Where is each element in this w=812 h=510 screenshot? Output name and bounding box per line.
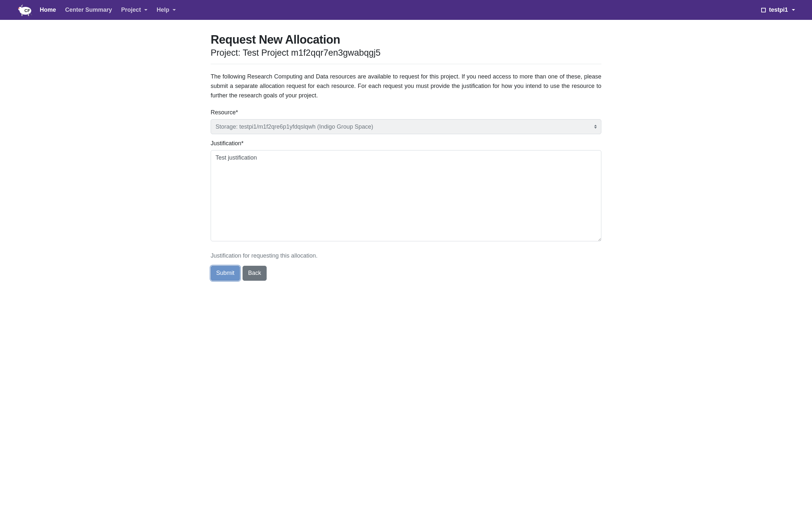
chevron-down-icon <box>792 9 795 11</box>
divider <box>211 64 601 64</box>
justification-group: Justification* <box>211 140 601 243</box>
nav-project[interactable]: Project <box>118 4 151 16</box>
svg-text:CF: CF <box>24 8 30 13</box>
resource-group: Resource* Storage: testpi1/m1f2qre6p1yfd… <box>211 109 601 134</box>
nav-center-summary-label: Center Summary <box>65 6 112 13</box>
nav-center-summary[interactable]: Center Summary <box>62 4 115 16</box>
submit-button[interactable]: Submit <box>211 266 240 280</box>
resource-label: Resource* <box>211 109 601 116</box>
main-container: Request New Allocation Project: Test Pro… <box>205 20 607 294</box>
justification-label: Justification* <box>211 140 601 147</box>
user-icon <box>761 8 766 12</box>
svg-point-2 <box>18 7 20 9</box>
resource-select-wrapper: Storage: testpi1/m1f2qre6p1yfdqslqwh (In… <box>211 119 601 134</box>
justification-textarea[interactable] <box>211 150 601 241</box>
nav-help-label: Help <box>156 6 169 13</box>
back-button[interactable]: Back <box>242 266 267 280</box>
button-row: Submit Back <box>211 266 601 280</box>
logo-icon: CF <box>17 3 33 17</box>
nav-home-label: Home <box>40 6 56 13</box>
justification-help: Justification for requesting this alloca… <box>211 252 601 259</box>
nav-project-label: Project <box>121 6 141 13</box>
nav-home[interactable]: Home <box>36 4 59 16</box>
logo[interactable]: CF <box>17 3 33 17</box>
svg-rect-4 <box>28 13 29 16</box>
navbar-right: testpi1 <box>761 6 795 13</box>
navbar: CF Home Center Summary Project Help test… <box>0 0 812 20</box>
page-title: Request New Allocation <box>211 33 601 47</box>
page-subtitle: Project: Test Project m1f2qqr7en3gwabqgj… <box>211 48 601 58</box>
page-description: The following Research Computing and Dat… <box>211 72 601 100</box>
svg-point-1 <box>18 7 22 11</box>
chevron-down-icon <box>173 9 176 11</box>
svg-rect-3 <box>22 13 23 16</box>
navbar-left: CF Home Center Summary Project Help <box>17 3 179 17</box>
chevron-down-icon <box>144 9 147 11</box>
user-menu[interactable]: testpi1 <box>761 6 795 13</box>
user-menu-label: testpi1 <box>769 6 788 13</box>
nav-help[interactable]: Help <box>153 4 179 16</box>
resource-select[interactable]: Storage: testpi1/m1f2qre6p1yfdqslqwh (In… <box>211 119 601 134</box>
